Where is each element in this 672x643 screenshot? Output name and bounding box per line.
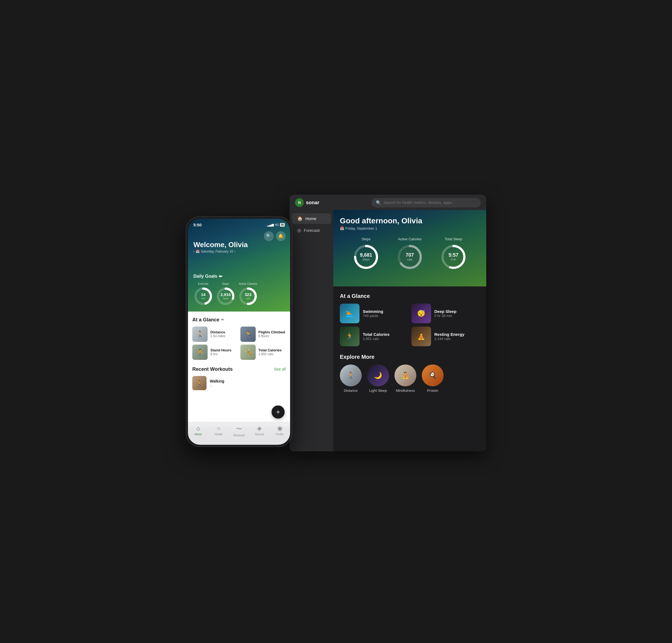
goal-steps-label: Steps	[222, 282, 229, 285]
search-icon: 🔍	[376, 200, 381, 205]
mobile-date-chevron-left: ‹	[193, 250, 194, 253]
hero-content: Good afternoon, Olivia 📅 Friday, Septemb…	[333, 210, 486, 270]
explore-thumb-distance: 🚶	[340, 364, 362, 386]
explore-item-mindfulness[interactable]: 🧘 Mindfulness	[395, 364, 416, 393]
glance-thumb-deepsleep: 😴	[411, 304, 431, 323]
desktop-sidebar: 🏠 Home ◎ Forecast	[290, 210, 333, 451]
desktop-logo: N sonar	[295, 198, 319, 207]
edit-icon[interactable]: ✏	[219, 274, 223, 279]
goal-steps: Steps 2,916 steps	[216, 282, 236, 306]
home-icon: 🏠	[297, 216, 303, 221]
tab-home-label: Home	[194, 433, 202, 436]
mobile-glance-thumb-flights: 🏃	[240, 327, 256, 342]
scene: N sonar 🔍 🏠 Home ◎ Forecast	[186, 178, 486, 465]
mobile-daily-goals: Daily Goals ✏ Exercise	[193, 274, 285, 306]
tab-health[interactable]: ○ Health	[210, 425, 227, 436]
tab-profile-label: Profile	[276, 433, 284, 436]
mobile-calendar-icon: 📅	[195, 250, 200, 253]
explore-thumb-mindfulness: 🧘	[395, 364, 416, 386]
mobile-glance-edit-icon[interactable]: ✏	[221, 317, 224, 322]
metric-sleep-circle: 5:57 h:m	[440, 243, 467, 270]
mobile-glance-standhours[interactable]: 🧍 Stand Hours 8 hrs	[192, 344, 238, 360]
mobile-screen: 5:50 ▂▄▆ 4G 96 🔍 🔔 Welcome, Olivia	[188, 219, 290, 445]
search-input[interactable]	[384, 201, 477, 205]
mobile-greeting-date: ‹ 📅 Saturday, February 10 ›	[193, 250, 248, 253]
add-workout-button[interactable]: +	[272, 405, 285, 418]
tab-workouts[interactable]: 〜 Workouts	[231, 425, 247, 437]
glance-deepsleep-title: Deep Sleep	[434, 309, 456, 314]
tab-workouts-label: Workouts	[233, 434, 245, 437]
goal-exercise-circle: 14 min	[193, 287, 213, 306]
mobile-glance-flights-title: Flights Climbed	[259, 330, 285, 334]
metric-calories-circle: 707 cals	[396, 243, 423, 270]
mobile-header-actions: 🔍 🔔	[264, 231, 286, 241]
mobile-at-a-glance-title: At a Glance ✏	[192, 317, 286, 323]
metric-calories-unit: cals	[407, 258, 412, 261]
daily-goals-title: Daily Goals ✏	[193, 274, 285, 279]
mobile-glance-info-flights: Flights Climbed 6 floors	[259, 330, 285, 338]
mobile-glance-thumb-standhours: 🧍	[192, 344, 208, 360]
glance-resting-title: Resting Energy	[434, 332, 464, 337]
mobile-glance-grid: 🚶 Distance 1.54 miles 🏃 Flights Climbed …	[192, 327, 286, 360]
mobile-glance-distance-value: 1.54 miles	[210, 334, 225, 338]
sidebar-item-home[interactable]: 🏠 Home	[292, 213, 331, 224]
glance-info-deepsleep: Deep Sleep 0 hr 38 min	[434, 309, 456, 318]
explore-more-title: Explore More	[340, 354, 480, 360]
explore-item-protein[interactable]: 🍳 Protein	[422, 364, 444, 393]
glance-swimming-title: Swimming	[363, 309, 383, 314]
tab-health-label: Health	[215, 433, 223, 436]
glance-item-resting[interactable]: 🧘 Resting Energy 1,144 cals	[411, 327, 480, 346]
hero-date: 📅 Friday, September 1	[340, 226, 480, 230]
tab-synced[interactable]: ◈ Synced	[251, 425, 268, 436]
explore-distance-icon: 🚶	[340, 364, 362, 386]
hero-greeting: Good afternoon, Olivia	[340, 217, 480, 225]
explore-item-distance[interactable]: 🚶 Distance	[340, 364, 362, 393]
mobile-glance-totalcals[interactable]: 🤸 Total Calories 1,902 cals	[240, 344, 286, 360]
forecast-icon: ◎	[297, 228, 301, 233]
sidebar-item-forecast[interactable]: ◎ Forecast	[292, 225, 331, 235]
glance-totalcals-title: Total Calories	[363, 332, 389, 337]
metric-calories: Active Calories 707 cals	[396, 237, 423, 270]
glance-info-totalcals: Total Calories 1,851 cals	[363, 332, 389, 341]
workout-item-walking[interactable]: 🚶 Walking ...	[192, 376, 286, 393]
see-all-button[interactable]: See all	[274, 367, 286, 371]
mobile-glance-totalcals-value: 1,902 cals	[259, 352, 281, 356]
mobile-hero: 5:50 ▂▄▆ 4G 96 🔍 🔔 Welcome, Olivia	[188, 219, 290, 312]
tab-synced-icon: ◈	[257, 425, 262, 432]
metric-calories-value: 707	[406, 253, 414, 258]
explore-protein-icon: 🍳	[422, 364, 444, 386]
goal-steps-circle: 2,916 steps	[216, 287, 236, 306]
metric-sleep-value: 5:57	[448, 253, 458, 258]
glance-item-totalcals[interactable]: 🏃 Total Calories 1,851 cals	[340, 327, 408, 346]
glance-resting-value: 1,144 cals	[434, 337, 464, 341]
mobile-glance-distance[interactable]: 🚶 Distance 1.54 miles	[192, 327, 238, 342]
search-bar[interactable]: 🔍	[372, 198, 481, 207]
tab-home[interactable]: ⌂ Home	[190, 425, 206, 436]
mobile-glance-flights[interactable]: 🏃 Flights Climbed 6 floors	[240, 327, 286, 342]
network-badge: 4G	[275, 223, 279, 226]
goal-exercise-value: 14	[201, 292, 206, 297]
notification-button[interactable]: 🔔	[276, 231, 286, 241]
mobile-glance-thumb-totalcals: 🤸	[240, 344, 256, 360]
status-icons: ▂▄▆ 4G 96	[267, 223, 285, 227]
tab-workouts-icon: 〜	[236, 425, 242, 433]
mobile-date-text: Saturday, February 10	[201, 250, 233, 253]
glance-info-resting: Resting Energy 1,144 cals	[434, 332, 464, 341]
glance-deepsleep-value: 0 hr 38 min	[434, 314, 456, 318]
explore-mindfulness-label: Mindfulness	[396, 389, 415, 393]
sidebar-item-forecast-label: Forecast	[304, 228, 320, 233]
mobile-date-chevron-right: ›	[235, 250, 236, 253]
mobile-glance-standhours-title: Stand Hours	[210, 348, 231, 352]
explore-thumb-lightsleep: 🌙	[367, 364, 389, 386]
metric-sleep-unit: h:m	[451, 258, 456, 261]
explore-grid: 🚶 Distance 🌙 Light Sleep 🧘	[340, 364, 480, 393]
explore-lightsleep-label: Light Sleep	[369, 389, 387, 393]
tab-profile[interactable]: ◉ Profile	[272, 425, 288, 436]
explore-item-lightsleep[interactable]: 🌙 Light Sleep	[367, 364, 389, 393]
glance-item-swimming[interactable]: 🏊 Swimming 749 yards	[340, 304, 408, 323]
glance-item-deepsleep[interactable]: 😴 Deep Sleep 0 hr 38 min	[411, 304, 480, 323]
search-button[interactable]: 🔍	[264, 231, 274, 241]
glance-thumb-totalcals: 🏃	[340, 327, 360, 346]
mobile-tab-bar: ⌂ Home ○ Health 〜 Workouts ◈ Synced ◉	[188, 422, 290, 445]
metric-steps: Steps 9,681 steps	[352, 237, 380, 270]
